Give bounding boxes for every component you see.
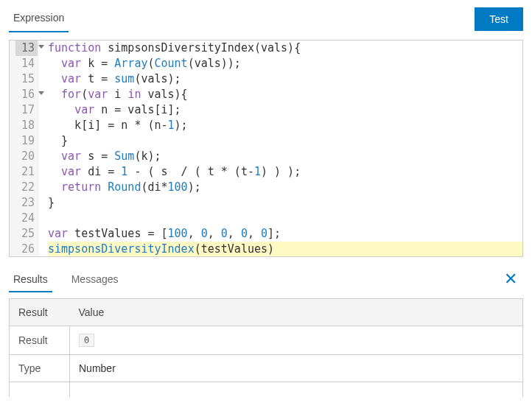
code-line[interactable]: k[i] = n * (n-1);	[48, 118, 522, 133]
line-number: 15	[15, 71, 38, 87]
code-line[interactable]: }	[48, 133, 522, 149]
table-row: TypeNumber	[10, 355, 523, 382]
results-header-value: Value	[70, 299, 523, 326]
editor-tabs: Expression	[9, 6, 475, 32]
result-key: Result	[10, 326, 70, 355]
result-value: Number	[70, 355, 523, 382]
line-gutter: 1314151617181920212223242526	[10, 41, 39, 257]
code-line[interactable]: var testValues = [100, 0, 0, 0, 0];	[48, 226, 522, 242]
line-number: 21	[15, 164, 38, 180]
close-icon[interactable]: ✕	[498, 267, 523, 292]
result-value: 0	[70, 326, 523, 355]
table-row	[10, 382, 523, 398]
code-line[interactable]	[48, 211, 522, 226]
result-key: Type	[10, 355, 70, 382]
line-number: 13	[15, 41, 38, 56]
code-line[interactable]: function simpsonsDiversityIndex(vals){	[48, 41, 522, 56]
code-editor[interactable]: 1314151617181920212223242526 function si…	[9, 40, 523, 257]
line-number: 26	[15, 242, 38, 257]
line-number: 24	[15, 211, 38, 226]
tab-results[interactable]: Results	[9, 266, 52, 292]
code-line[interactable]: var di = 1 - ( s / ( t * (t-1) ) );	[48, 164, 522, 180]
line-number: 23	[15, 195, 38, 211]
results-header-key: Result	[10, 299, 70, 326]
line-number: 19	[15, 133, 38, 149]
tab-messages[interactable]: Messages	[67, 266, 123, 292]
line-number: 22	[15, 180, 38, 195]
line-number: 25	[15, 226, 38, 242]
results-table: Result Value Result0TypeNumber	[9, 298, 523, 397]
fold-icon[interactable]	[38, 91, 44, 95]
test-button[interactable]: Test	[475, 7, 523, 31]
line-number: 18	[15, 118, 38, 133]
results-tabs: Results Messages	[9, 266, 498, 292]
line-number: 20	[15, 149, 38, 164]
code-line[interactable]: var k = Array(Count(vals));	[48, 56, 522, 71]
fold-icon[interactable]	[38, 45, 44, 49]
code-line[interactable]: var t = sum(vals);	[48, 71, 522, 87]
code-line[interactable]: for(var i in vals){	[48, 87, 522, 102]
code-area[interactable]: function simpsonsDiversityIndex(vals){ v…	[39, 41, 522, 257]
code-line[interactable]: }	[48, 195, 522, 211]
line-number: 16	[15, 87, 38, 102]
code-line[interactable]: var n = vals[i];	[48, 102, 522, 118]
code-line[interactable]: var s = Sum(k);	[48, 149, 522, 164]
tab-expression[interactable]: Expression	[9, 6, 69, 32]
line-number: 14	[15, 56, 38, 71]
table-row: Result0	[10, 326, 523, 355]
line-number: 17	[15, 102, 38, 118]
code-line[interactable]: simpsonsDiversityIndex(testValues)	[48, 242, 522, 257]
code-line[interactable]: return Round(di*100);	[48, 180, 522, 195]
